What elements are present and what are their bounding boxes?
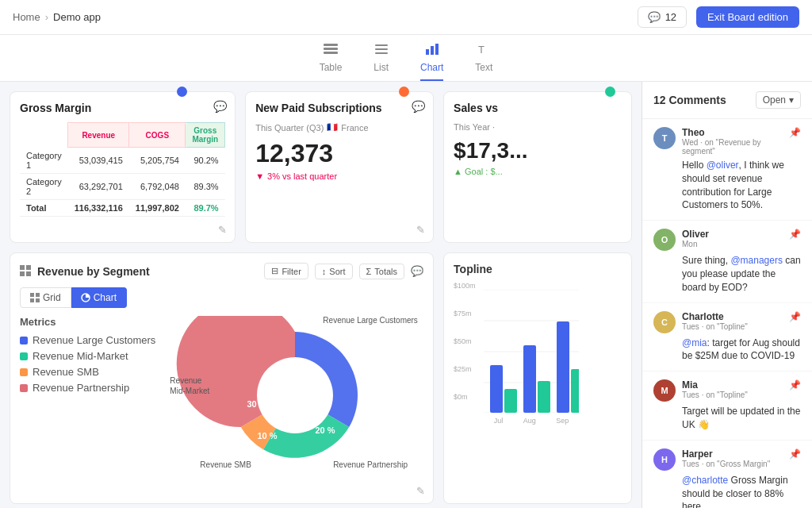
rbs-comment-icon[interactable]: 💬 bbox=[411, 265, 423, 277]
tab-chart[interactable]: Chart bbox=[420, 43, 443, 81]
nps-comment-icon[interactable]: 💬 bbox=[412, 100, 425, 113]
svg-rect-4 bbox=[375, 48, 388, 50]
legend-large: Revenue Large Customers bbox=[20, 334, 155, 346]
x-axis: Jul Aug Sep bbox=[484, 417, 579, 425]
new-paid-subscriptions-card: New Paid Subscriptions 💬 This Quarter (Q… bbox=[245, 91, 434, 243]
nav-actions: 💬 12 Exit Board edition bbox=[638, 6, 799, 28]
pin-icon[interactable]: 📌 bbox=[789, 127, 801, 138]
mention: @charlotte bbox=[682, 475, 728, 486]
tab-text[interactable]: T Text bbox=[475, 43, 492, 81]
sort-icon: ↕ bbox=[322, 267, 327, 276]
comment-context: Wed · on "Revenue by segment" bbox=[682, 138, 783, 156]
nps-subtitle: This Quarter (Q3) 🇫🇷 France bbox=[255, 122, 423, 133]
row-revenue: 53,039,415 bbox=[68, 148, 129, 174]
svg-text:T: T bbox=[478, 44, 485, 56]
filter-button[interactable]: ⊟ Filter bbox=[264, 263, 308, 279]
col-gm: Gross Margin bbox=[186, 123, 225, 148]
table-row: Category 1 53,039,415 5,205,754 90.2% bbox=[20, 148, 225, 174]
exit-board-button[interactable]: Exit Board edition bbox=[696, 6, 799, 28]
tab-bar: Table List Chart T Text bbox=[0, 35, 812, 82]
svg-text:10 %: 10 % bbox=[258, 431, 278, 441]
totals-button[interactable]: Σ Totals bbox=[359, 264, 405, 279]
x-label-aug: Aug bbox=[523, 417, 536, 425]
gross-margin-comment-icon[interactable]: 💬 bbox=[213, 100, 227, 113]
nps-edit-icon[interactable]: ✎ bbox=[416, 224, 425, 236]
svg-rect-3 bbox=[375, 44, 388, 46]
svg-rect-33 bbox=[557, 321, 569, 413]
comment-item: M Mia Tues · on "Topline" 📌 Target will … bbox=[642, 371, 812, 441]
svg-rect-17 bbox=[36, 298, 40, 302]
comment-context: Mon bbox=[682, 240, 783, 248]
chart-label: Chart bbox=[94, 292, 117, 303]
nps-change: ▼ 3% vs last quarter bbox=[255, 171, 423, 181]
nps-value: 12,373 bbox=[255, 139, 423, 168]
gross-margin-title: Gross Margin bbox=[20, 102, 225, 114]
row-gm: 90.2% bbox=[186, 148, 225, 174]
pin-icon[interactable]: 📌 bbox=[789, 448, 801, 460]
tab-table[interactable]: Table bbox=[320, 43, 343, 81]
legend-label-large: Revenue Large Customers bbox=[33, 334, 155, 346]
comment-context: Tues · on "Topline" bbox=[682, 322, 783, 331]
pin-icon[interactable]: 📌 bbox=[789, 311, 801, 322]
donut-label-large: Revenue Large Customers bbox=[323, 316, 418, 325]
comment-header: O Oliver Mon 📌 bbox=[653, 229, 801, 251]
chart-view-button[interactable]: Chart bbox=[71, 287, 127, 308]
svg-rect-6 bbox=[426, 49, 429, 55]
filter-chevron-icon: ▾ bbox=[789, 94, 794, 106]
sort-button[interactable]: ↕ Sort bbox=[315, 264, 353, 279]
col-cogs: COGS bbox=[129, 123, 186, 148]
pin-icon[interactable]: 📌 bbox=[789, 229, 801, 240]
donut-label-smb: Revenue SMB bbox=[200, 460, 251, 469]
svg-rect-30 bbox=[504, 389, 517, 413]
y-label-100m: $100m bbox=[454, 282, 476, 290]
avatar: H bbox=[653, 448, 676, 471]
tab-chart-label: Chart bbox=[420, 62, 443, 73]
svg-rect-8 bbox=[435, 44, 439, 55]
svg-rect-5 bbox=[375, 52, 388, 54]
text-icon: T bbox=[477, 43, 491, 59]
svg-rect-16 bbox=[30, 298, 34, 302]
nps-country: France bbox=[341, 123, 368, 133]
rbs-header: Revenue by Segment ⊟ Filter ↕ Sort Σ Tot… bbox=[20, 263, 423, 279]
sales-vs-card: Sales vs This Year · $17,3... ▲ Goal : $… bbox=[443, 91, 632, 243]
comments-count: 12 bbox=[665, 11, 676, 23]
comments-button[interactable]: 💬 12 bbox=[638, 6, 687, 28]
legend-smb: Revenue SMB bbox=[20, 366, 155, 378]
gross-margin-edit-icon[interactable]: ✎ bbox=[218, 224, 227, 236]
avatar: T bbox=[653, 127, 676, 149]
home-link[interactable]: Home bbox=[13, 11, 40, 23]
grid-view-button[interactable]: Grid bbox=[20, 287, 71, 308]
comment-context: Tues · on "Gross Margin" bbox=[682, 460, 783, 468]
legend-dot-midmarket bbox=[20, 352, 28, 360]
y-label-75m: $75m bbox=[454, 310, 476, 318]
tab-table-label: Table bbox=[320, 62, 343, 73]
metrics-legend: Metrics Revenue Large Customers Revenue … bbox=[20, 316, 155, 477]
rbs-edit-icon[interactable]: ✎ bbox=[416, 485, 425, 497]
row-label: Category 1 bbox=[20, 148, 68, 174]
main-layout: Gross Margin 💬 Revenue COGS Gross Margin… bbox=[0, 82, 812, 508]
totals-label: Totals bbox=[374, 267, 397, 276]
svg-rect-12 bbox=[20, 271, 25, 276]
row-label: Category 2 bbox=[20, 173, 68, 199]
donut-label-midmarket: RevenueMid-Market bbox=[170, 375, 209, 396]
mention: @managers bbox=[730, 255, 783, 266]
comment-meta: Theo Wed · on "Revenue by segment" bbox=[682, 127, 783, 156]
bar-chart-svg bbox=[484, 290, 579, 413]
metrics-title: Metrics bbox=[20, 316, 155, 328]
comment-item: H Harper Tues · on "Gross Margin" 📌 @cha… bbox=[642, 441, 812, 508]
legend-partnership: Revenue Partnership bbox=[20, 382, 155, 394]
legend-label-smb: Revenue SMB bbox=[33, 366, 99, 378]
tab-list[interactable]: List bbox=[373, 43, 389, 81]
chart-area: Metrics Revenue Large Customers Revenue … bbox=[20, 316, 423, 477]
comment-meta: Charlotte Tues · on "Topline" bbox=[682, 311, 783, 331]
comment-list: T Theo Wed · on "Revenue by segment" 📌 H… bbox=[642, 119, 812, 508]
svg-text:30 %: 30 % bbox=[247, 399, 267, 409]
comments-filter[interactable]: Open ▾ bbox=[756, 91, 801, 109]
y-label-50m: $50m bbox=[454, 337, 476, 345]
y-axis: $100m $75m $50m $25m $0m bbox=[454, 282, 476, 401]
breadcrumb: Home › Demo app bbox=[13, 11, 101, 23]
pin-icon[interactable]: 📌 bbox=[789, 379, 801, 391]
view-toggle: Grid Chart bbox=[20, 287, 423, 308]
svg-rect-32 bbox=[538, 381, 550, 413]
comment-header: M Mia Tues · on "Topline" 📌 bbox=[653, 379, 801, 402]
